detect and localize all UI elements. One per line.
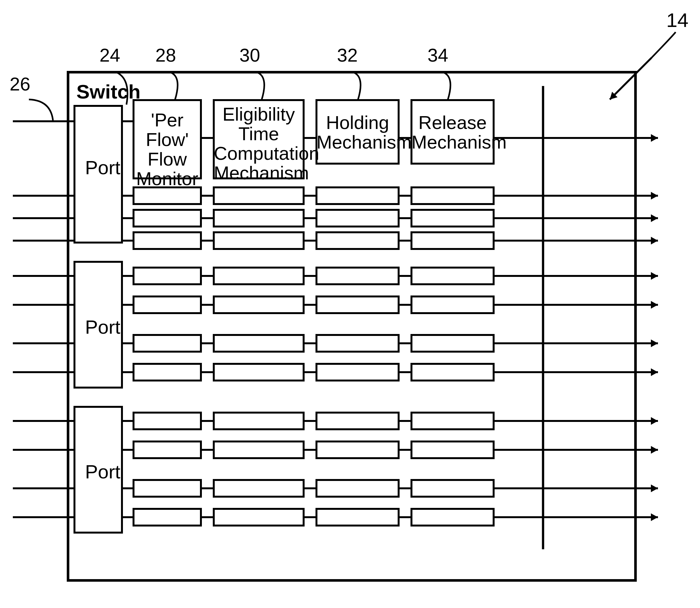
- svg-rect-18: [133, 187, 201, 204]
- svg-rect-118: [317, 441, 399, 458]
- svg-marker-39: [651, 214, 658, 222]
- lead-label-28: 28: [155, 45, 176, 65]
- svg-marker-50: [651, 237, 658, 245]
- svg-rect-30: [214, 210, 304, 227]
- svg-rect-140: [317, 509, 399, 526]
- port-label-2: Port: [85, 316, 120, 338]
- svg-marker-66: [651, 272, 658, 280]
- svg-rect-119: [412, 441, 494, 458]
- svg-rect-105: [133, 413, 201, 429]
- svg-marker-137: [651, 484, 658, 492]
- svg-rect-21: [412, 187, 494, 204]
- svg-marker-99: [651, 368, 658, 376]
- svg-rect-90: [214, 364, 304, 381]
- svg-rect-129: [317, 480, 399, 497]
- lead-label-34: 34: [428, 45, 448, 65]
- port-label-3: Port: [85, 461, 120, 483]
- svg-marker-77: [651, 301, 658, 309]
- svg-rect-29: [133, 210, 201, 227]
- svg-marker-148: [651, 513, 658, 521]
- svg-line-149: [610, 58, 651, 99]
- svg-rect-80: [317, 335, 399, 352]
- svg-rect-139: [214, 509, 304, 526]
- svg-rect-89: [133, 364, 201, 381]
- svg-rect-116: [133, 441, 201, 458]
- svg-rect-91: [317, 364, 399, 381]
- svg-rect-41: [214, 232, 304, 249]
- svg-rect-59: [412, 268, 494, 284]
- svg-rect-56: [133, 268, 201, 284]
- lead-label-26: 26: [10, 74, 31, 94]
- svg-rect-58: [317, 268, 399, 284]
- svg-marker-88: [651, 339, 658, 347]
- svg-rect-138: [133, 509, 201, 526]
- block-label-flow-monitor: 'Per Flow' Flow Monitor: [133, 110, 201, 189]
- lead-label-32: 32: [337, 45, 358, 65]
- svg-rect-106: [214, 413, 304, 429]
- svg-rect-108: [412, 413, 494, 429]
- svg-rect-31: [317, 210, 399, 227]
- svg-rect-79: [214, 335, 304, 352]
- svg-rect-42: [317, 232, 399, 249]
- svg-rect-67: [133, 297, 201, 313]
- lead-label-30: 30: [240, 45, 260, 65]
- figure-ref-label: 14: [666, 10, 688, 31]
- svg-marker-115: [651, 417, 658, 425]
- svg-marker-126: [651, 446, 658, 454]
- svg-rect-117: [214, 441, 304, 458]
- svg-rect-68: [214, 297, 304, 313]
- svg-rect-20: [317, 187, 399, 204]
- svg-rect-43: [412, 232, 494, 249]
- svg-rect-40: [133, 232, 201, 249]
- block-label-release: Release Mechanism: [412, 113, 494, 152]
- switch-title: Switch: [76, 80, 140, 103]
- lead-label-24: 24: [99, 45, 120, 65]
- svg-rect-32: [412, 210, 494, 227]
- port-label-1: Port: [85, 156, 120, 179]
- svg-rect-92: [412, 364, 494, 381]
- svg-marker-12: [651, 134, 658, 142]
- svg-rect-107: [317, 413, 399, 429]
- svg-rect-78: [133, 335, 201, 352]
- svg-rect-69: [317, 297, 399, 313]
- svg-rect-81: [412, 335, 494, 352]
- svg-rect-57: [214, 268, 304, 284]
- block-label-holding: Holding Mechanism: [317, 113, 399, 152]
- svg-marker-28: [651, 192, 658, 200]
- block-label-eligibility: Eligibility Time Computation Mechanism: [214, 104, 304, 183]
- svg-rect-19: [214, 187, 304, 204]
- svg-rect-130: [412, 480, 494, 497]
- svg-rect-141: [412, 509, 494, 526]
- svg-rect-128: [214, 480, 304, 497]
- svg-rect-127: [133, 480, 201, 497]
- svg-rect-70: [412, 297, 494, 313]
